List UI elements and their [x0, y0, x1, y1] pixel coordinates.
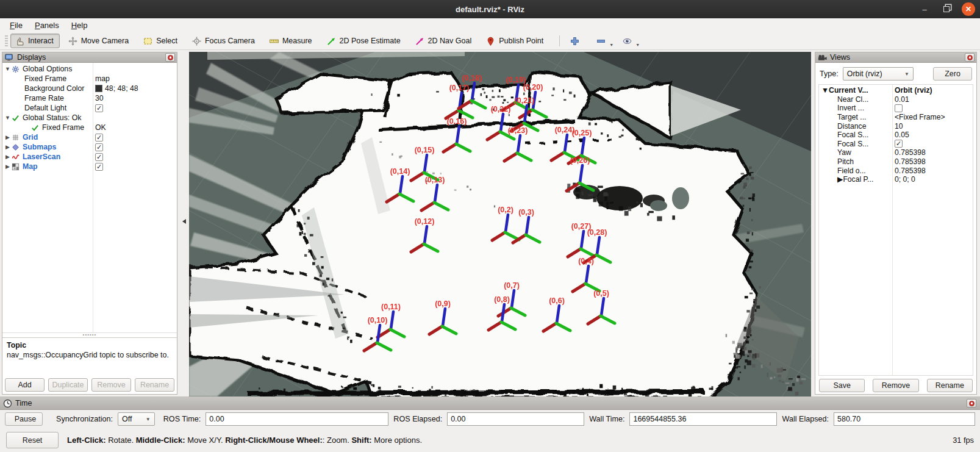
- expand-arrow-icon[interactable]: ▶: [4, 134, 11, 140]
- pause-button[interactable]: Pause: [5, 412, 43, 426]
- views-row-near-cl[interactable]: Near Cl...0.01: [819, 95, 973, 104]
- tf-frame-label: (0,13): [425, 176, 445, 184]
- displays-row-grid[interactable]: ▶Grid✓: [2, 132, 177, 142]
- tool-select[interactable]: Select: [138, 34, 184, 48]
- displays-row-default-light[interactable]: Default Light✓: [2, 103, 177, 113]
- views-row-focal-s[interactable]: Focal S...✓: [819, 140, 973, 149]
- property-name: Focal S...: [837, 140, 868, 148]
- tf-frame-label: (0,21): [515, 96, 535, 105]
- wall-elapsed-field[interactable]: [834, 412, 975, 426]
- expand-arrow-icon[interactable]: ▶: [4, 154, 11, 160]
- default-light-checkbox[interactable]: ✓: [95, 104, 103, 112]
- tool-measure[interactable]: Measure: [265, 34, 318, 48]
- menu-item-file[interactable]: File: [4, 20, 29, 31]
- views-rename-button[interactable]: Rename: [927, 379, 973, 392]
- tool-visibility-eye-button[interactable]: ▼: [618, 34, 636, 48]
- laserscan-checkbox[interactable]: ✓: [95, 153, 103, 161]
- wall-time-field[interactable]: [629, 412, 777, 426]
- menu-item-panels[interactable]: Panels: [29, 20, 65, 31]
- tf-frame-label: (0,25): [572, 129, 592, 137]
- views-close-button[interactable]: [965, 53, 975, 62]
- displays-row-frame-rate[interactable]: Frame Rate30: [2, 93, 177, 103]
- zero-button[interactable]: Zero: [933, 67, 972, 81]
- views-row-yaw[interactable]: Yaw0.785398: [819, 148, 973, 157]
- tool-move-camera[interactable]: Move Camera: [63, 34, 135, 48]
- toolbar-drag-handle[interactable]: [5, 35, 8, 46]
- tool-label: 2D Nav Goal: [428, 37, 472, 45]
- ros-elapsed-field[interactable]: [447, 412, 584, 426]
- left-panel-collapse-arrow[interactable]: [181, 216, 187, 227]
- views-row-current-v[interactable]: ▼Current V...Orbit (rviz): [819, 86, 973, 95]
- views-row-target[interactable]: Target ...<Fixed Frame>: [819, 113, 973, 122]
- tf-frame-label: (0,22): [491, 105, 511, 113]
- grid-checkbox[interactable]: ✓: [95, 134, 103, 142]
- tool-2d-pose-estimate[interactable]: 2D Pose Estimate: [322, 34, 407, 48]
- property-name: Global Options: [23, 65, 72, 73]
- menu-item-help[interactable]: Help: [65, 20, 94, 31]
- views-tree: ▼Current V...Orbit (rviz)Near Cl...0.01I…: [818, 84, 973, 376]
- views-row-distance[interactable]: Distance10: [819, 121, 973, 131]
- displays-row-fixed-frame[interactable]: Fixed Framemap: [2, 74, 177, 84]
- expand-arrow-icon[interactable]: ▶: [4, 163, 11, 170]
- close-button[interactable]: ✕: [962, 2, 975, 16]
- tf-frame-label: (0,17): [449, 84, 470, 92]
- views-remove-button[interactable]: Remove: [873, 379, 918, 392]
- views-row-focal-s[interactable]: Focal S...0.05: [819, 131, 973, 140]
- displays-row-map[interactable]: ▶Map✓: [2, 162, 177, 171]
- expand-arrow-icon[interactable]: ▶: [4, 144, 11, 150]
- status-bar: Reset Left-Click: Rotate. Middle-Click: …: [0, 428, 980, 452]
- splitter-handle[interactable]: ••••••: [2, 333, 177, 337]
- tf-frame-label: (0,12): [415, 217, 435, 226]
- ros-elapsed-label: ROS Elapsed:: [393, 415, 442, 423]
- measure-ruler-icon: [269, 36, 279, 46]
- views-save-button[interactable]: Save: [819, 379, 865, 392]
- tool-2d-nav-goal[interactable]: 2D Nav Goal: [410, 34, 478, 48]
- views-row-field-o[interactable]: Field o...0.785398: [819, 166, 973, 175]
- property-name: Background Color: [24, 84, 84, 93]
- views-row-invert[interactable]: Invert ...: [819, 104, 973, 113]
- displays-remove-button[interactable]: Remove: [91, 378, 131, 392]
- restore-button[interactable]: [940, 2, 953, 16]
- displays-close-button[interactable]: [165, 53, 175, 62]
- submaps-checkbox[interactable]: ✓: [95, 143, 103, 151]
- tool-focus-camera[interactable]: Focus Camera: [187, 34, 261, 48]
- displays-row-fixed-frame[interactable]: Fixed FrameOK: [2, 123, 177, 132]
- displays-add-button[interactable]: Add: [5, 378, 45, 392]
- displays-rename-button[interactable]: Rename: [135, 378, 174, 392]
- help-text: nav_msgs::OccupancyGrid topic to subscri…: [7, 350, 173, 360]
- remove-tool-minus-button[interactable]: ▼: [592, 34, 610, 48]
- map-display-icon: [11, 162, 20, 171]
- time-close-button[interactable]: [967, 399, 976, 407]
- reset-button[interactable]: Reset: [6, 432, 59, 448]
- expand-arrow-icon[interactable]: ▶: [837, 175, 843, 184]
- tf-frame-label: (0,7): [504, 281, 520, 290]
- minimize-button[interactable]: –: [918, 2, 931, 16]
- toolbar: InteractMove CameraSelectFocus CameraMea…: [0, 32, 980, 50]
- toolbar-separator: [559, 35, 560, 46]
- property-value: 0.785398: [895, 157, 926, 166]
- displays-row-global-options[interactable]: ▼Global Options: [2, 64, 177, 74]
- property-name: LaserScan: [23, 152, 60, 161]
- ros-time-field[interactable]: [206, 412, 388, 426]
- displays-duplicate-button[interactable]: Duplicate: [48, 378, 88, 392]
- add-tool-plus-button[interactable]: [566, 34, 584, 48]
- sync-select[interactable]: Off ▼: [118, 412, 155, 426]
- map-checkbox[interactable]: ✓: [95, 163, 103, 171]
- tool-interact[interactable]: Interact: [10, 34, 60, 48]
- focal-s-checkbox[interactable]: ✓: [895, 140, 903, 148]
- invert-checkbox[interactable]: [895, 104, 903, 112]
- tool-publish-point[interactable]: Publish Point: [481, 34, 549, 48]
- views-row-focal-p[interactable]: ▶Focal P...0; 0; 0: [819, 175, 973, 184]
- render-viewport[interactable]: (0,17)(0,18)(0,19)(0,20)(0,21)(0,22)(0,1…: [189, 52, 811, 396]
- view-type-select[interactable]: Orbit (rviz) ▼: [843, 67, 914, 81]
- displays-row-global-status-ok[interactable]: ▼Global Status: Ok: [2, 113, 177, 123]
- views-row-pitch[interactable]: Pitch0.785398: [819, 157, 973, 167]
- displays-row-laserscan[interactable]: ▶LaserScan✓: [2, 152, 177, 162]
- collapse-arrow-icon[interactable]: ▼: [821, 86, 829, 95]
- help-title: Topic: [7, 340, 173, 350]
- displays-row-background-color[interactable]: Background Color48; 48; 48: [2, 84, 177, 93]
- displays-row-submaps[interactable]: ▶Submaps✓: [2, 142, 177, 152]
- collapse-arrow-icon[interactable]: ▼: [4, 66, 11, 72]
- ros-time-label: ROS Time:: [163, 415, 201, 423]
- collapse-arrow-icon[interactable]: ▼: [4, 115, 11, 121]
